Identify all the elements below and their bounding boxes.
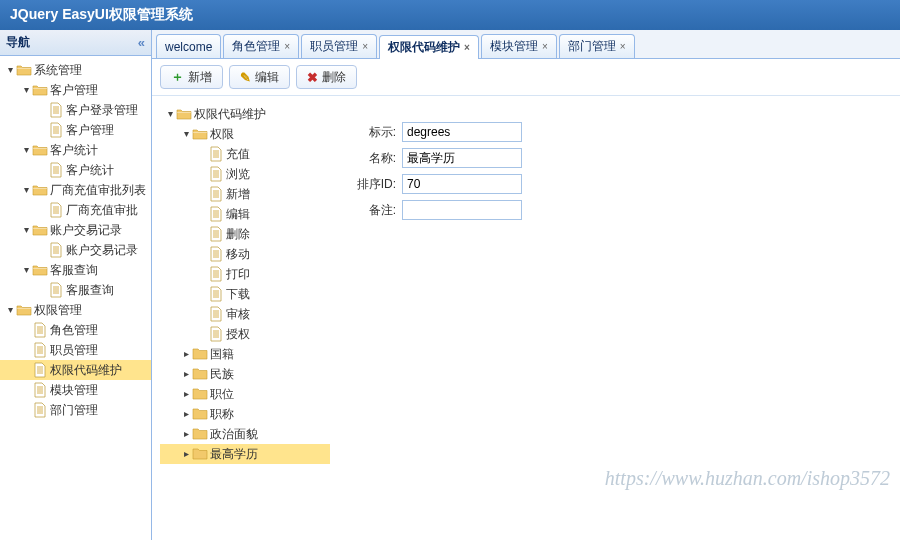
tree-folder[interactable]: ▾系统管理 (0, 60, 151, 80)
file-icon (208, 226, 224, 242)
tree-item[interactable]: 浏览 (160, 164, 330, 184)
folder-open-icon (16, 302, 32, 318)
tab-welcome[interactable]: welcome (156, 34, 221, 58)
close-icon[interactable]: × (542, 41, 548, 52)
tree-item[interactable]: 模块管理 (0, 380, 151, 400)
chevron-right-icon[interactable]: ▸ (180, 346, 192, 362)
sidebar: 导航 « ▾系统管理▾客户管理客户登录管理客户管理▾客户统计客户统计▾厂商充值审… (0, 30, 152, 540)
chevron-right-icon[interactable]: ▸ (180, 366, 192, 382)
tree-folder[interactable]: ▸民族 (160, 364, 330, 384)
tree-item[interactable]: 客户管理 (0, 120, 151, 140)
tree-item[interactable]: 审核 (160, 304, 330, 324)
tree-label: 客服查询 (50, 261, 98, 279)
tree-folder[interactable]: ▾客户管理 (0, 80, 151, 100)
chevron-down-icon[interactable]: ▾ (20, 262, 32, 278)
chevron-down-icon[interactable]: ▾ (20, 142, 32, 158)
tree-item[interactable]: 授权 (160, 324, 330, 344)
remark-input[interactable] (402, 200, 522, 220)
tree-folder[interactable]: ▸国籍 (160, 344, 330, 364)
tree-folder[interactable]: ▾账户交易记录 (0, 220, 151, 240)
order-label: 排序ID: (346, 176, 396, 193)
tree-folder[interactable]: ▾厂商充值审批列表 (0, 180, 151, 200)
tree-folder[interactable]: ▸职称 (160, 404, 330, 424)
add-button[interactable]: ＋ 新增 (160, 65, 223, 89)
tree-item[interactable]: 厂商充值审批 (0, 200, 151, 220)
tree-item[interactable]: 新增 (160, 184, 330, 204)
tree-folder[interactable]: ▸最高学历 (160, 444, 330, 464)
tree-folder[interactable]: ▾权限 (160, 124, 330, 144)
tree-item[interactable]: 账户交易记录 (0, 240, 151, 260)
chevron-down-icon[interactable]: ▾ (164, 106, 176, 122)
tab-部门管理[interactable]: 部门管理× (559, 34, 635, 58)
tab-label: welcome (165, 40, 212, 54)
tree-label: 权限 (210, 125, 234, 143)
tree-item[interactable]: 职员管理 (0, 340, 151, 360)
tree-item[interactable]: 移动 (160, 244, 330, 264)
tree-item[interactable]: 角色管理 (0, 320, 151, 340)
collapse-icon[interactable]: « (138, 35, 145, 50)
tab-职员管理[interactable]: 职员管理× (301, 34, 377, 58)
chevron-right-icon[interactable]: ▸ (180, 386, 192, 402)
chevron-right-icon[interactable]: ▸ (180, 446, 192, 462)
tree-item[interactable]: 充值 (160, 144, 330, 164)
close-icon[interactable]: × (284, 41, 290, 52)
tree-folder[interactable]: ▾客服查询 (0, 260, 151, 280)
tree-folder[interactable]: ▾权限代码维护 (160, 104, 330, 124)
tree-item[interactable]: 删除 (160, 224, 330, 244)
code-input[interactable] (402, 122, 522, 142)
chevron-down-icon[interactable]: ▾ (20, 82, 32, 98)
folder-open-icon (192, 126, 208, 142)
order-input[interactable] (402, 174, 522, 194)
close-icon[interactable]: × (620, 41, 626, 52)
tree-label: 移动 (226, 245, 250, 263)
chevron-down-icon[interactable]: ▾ (4, 62, 16, 78)
folder-closed-icon (192, 386, 208, 402)
file-icon (32, 382, 48, 398)
edit-button[interactable]: ✎ 编辑 (229, 65, 290, 89)
chevron-down-icon[interactable]: ▾ (20, 182, 32, 198)
delete-button[interactable]: ✖ 删除 (296, 65, 357, 89)
file-icon (208, 326, 224, 342)
cross-icon: ✖ (307, 70, 318, 85)
tab-角色管理[interactable]: 角色管理× (223, 34, 299, 58)
file-icon (208, 266, 224, 282)
app-title: JQuery EasyUI权限管理系统 (0, 0, 900, 30)
tree-item[interactable]: 下载 (160, 284, 330, 304)
tree-folder[interactable]: ▾权限管理 (0, 300, 151, 320)
file-icon (32, 402, 48, 418)
chevron-right-icon[interactable]: ▸ (180, 426, 192, 442)
tree-item[interactable]: 编辑 (160, 204, 330, 224)
close-icon[interactable]: × (362, 41, 368, 52)
tree-item[interactable]: 部门管理 (0, 400, 151, 420)
tree-folder[interactable]: ▸职位 (160, 384, 330, 404)
folder-open-icon (32, 182, 48, 198)
tab-模块管理[interactable]: 模块管理× (481, 34, 557, 58)
tree-label: 充值 (226, 145, 250, 163)
close-icon[interactable]: × (464, 42, 470, 53)
chevron-down-icon[interactable]: ▾ (4, 302, 16, 318)
code-label: 标示: (346, 124, 396, 141)
chevron-right-icon[interactable]: ▸ (180, 406, 192, 422)
tab-权限代码维护[interactable]: 权限代码维护× (379, 35, 479, 59)
tree-item[interactable]: 客户登录管理 (0, 100, 151, 120)
tree-folder[interactable]: ▸政治面貌 (160, 424, 330, 444)
permission-tree: ▾权限代码维护▾权限充值浏览新增编辑删除移动打印下载审核授权▸国籍▸民族▸职位▸… (160, 104, 330, 464)
chevron-down-icon[interactable]: ▾ (20, 222, 32, 238)
file-icon (32, 322, 48, 338)
tree-label: 编辑 (226, 205, 250, 223)
tree-label: 客服查询 (66, 281, 114, 299)
sidebar-header: 导航 « (0, 30, 151, 56)
folder-open-icon (176, 106, 192, 122)
folder-open-icon (32, 262, 48, 278)
tree-item[interactable]: 客户统计 (0, 160, 151, 180)
tree-item[interactable]: 客服查询 (0, 280, 151, 300)
tree-label: 厂商充值审批 (66, 201, 138, 219)
name-input[interactable] (402, 148, 522, 168)
tree-label: 最高学历 (210, 445, 258, 463)
chevron-down-icon[interactable]: ▾ (180, 126, 192, 142)
tree-folder[interactable]: ▾客户统计 (0, 140, 151, 160)
file-icon (48, 242, 64, 258)
tree-item[interactable]: 打印 (160, 264, 330, 284)
pencil-icon: ✎ (240, 70, 251, 85)
tree-item[interactable]: 权限代码维护 (0, 360, 151, 380)
